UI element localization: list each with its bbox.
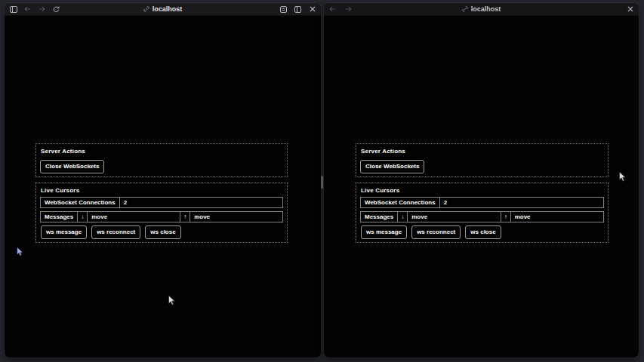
ws-buttons-row: ws message ws reconnect ws close [40,225,283,239]
close-websockets-button[interactable]: Close WebSockets [40,160,104,173]
window-title-text: localhost [153,5,183,13]
browser-window-left: localhost Server Actions Close WebSocket… [5,3,321,357]
connections-label: WebSocket Connections [41,198,120,207]
forward-icon[interactable] [38,5,46,14]
last-down-message: move [408,212,501,222]
arrow-up-icon: ↑ [501,212,511,222]
window-title-text: localhost [471,5,501,13]
live-cursors-title: Live Cursors [361,187,605,194]
link-icon [143,6,149,12]
webpage: Server Actions Close WebSockets Live Cur… [324,143,639,357]
live-cursors-panel: Live Cursors WebSocket Connections 2 Mes… [35,183,288,243]
ws-message-button[interactable]: ws message [41,225,87,239]
reload-icon[interactable] [52,5,60,14]
connections-value: 2 [440,198,603,207]
split-view-icon[interactable] [294,5,302,14]
ws-reconnect-button[interactable]: ws reconnect [411,225,461,239]
last-down-message: move [88,212,180,222]
last-up-message: move [511,212,603,222]
browser-window-right: localhost Server Actions Close WebSocket… [324,3,639,357]
page-title: localhost [324,3,639,15]
forward-icon[interactable] [344,5,353,14]
connections-value: 2 [120,198,282,207]
messages-row: Messages ↓ move ↑ move [360,211,604,222]
close-icon[interactable] [626,5,634,14]
live-cursors-title: Live Cursors [41,187,284,194]
titlebar[interactable]: localhost [324,3,639,16]
close-websockets-button[interactable]: Close WebSockets [360,160,424,173]
arrow-down-icon: ↓ [78,212,88,222]
last-up-message: move [190,212,282,222]
link-icon [462,6,468,12]
back-icon[interactable] [23,5,32,14]
arrow-down-icon: ↓ [398,212,408,222]
server-actions-title: Server Actions [361,148,605,155]
messages-label: Messages [361,212,398,222]
messages-label: Messages [41,212,78,222]
toolbar-right [626,5,634,14]
titlebar[interactable]: localhost [5,3,321,16]
live-cursors-panel: Live Cursors WebSocket Connections 2 Mes… [356,183,609,243]
ws-close-button[interactable]: ws close [465,225,501,239]
server-actions-panel: Server Actions Close WebSockets [356,143,609,177]
messages-row: Messages ↓ move ↑ move [40,211,283,222]
ws-reconnect-button[interactable]: ws reconnect [91,225,140,239]
back-icon[interactable] [328,5,337,14]
ws-close-button[interactable]: ws close [145,225,180,239]
arrow-up-icon: ↑ [180,212,190,222]
connections-row: WebSocket Connections 2 [40,197,283,208]
webpage: Server Actions Close WebSockets Live Cur… [5,143,321,357]
toolbar-left [328,5,353,14]
connections-label: WebSocket Connections [361,198,440,207]
toolbar-left [9,5,60,14]
ws-buttons-row: ws message ws reconnect ws close [360,225,604,239]
ws-message-button[interactable]: ws message [361,225,407,239]
server-actions-panel: Server Actions Close WebSockets [35,143,288,177]
window-split-handle[interactable] [321,176,323,189]
sidebar-toggle-icon[interactable] [9,5,17,14]
server-actions-title: Server Actions [41,148,284,155]
connections-row: WebSocket Connections 2 [360,197,604,208]
close-icon[interactable] [308,5,316,14]
toolbar-right [279,5,316,14]
reader-icon[interactable] [279,5,288,14]
